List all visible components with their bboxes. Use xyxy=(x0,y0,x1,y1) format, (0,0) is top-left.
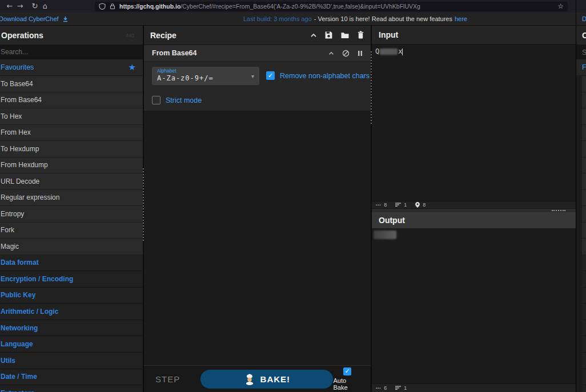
strip-category-item: Data format xyxy=(582,255,586,272)
strip-operation-item: To Hex xyxy=(582,108,586,125)
strip-favourites: Favourites xyxy=(576,59,586,76)
step-button[interactable]: STEP xyxy=(155,374,180,384)
category-item[interactable]: Networking xyxy=(0,320,143,337)
operation-item[interactable]: To Base64 xyxy=(0,76,143,92)
alphabet-dropdown[interactable]: Alphabet A-Za-z0-9+/= ▾ xyxy=(152,67,259,85)
reload-icon[interactable]: ↻ xyxy=(30,0,40,13)
category-item[interactable]: Data format xyxy=(0,255,143,272)
home-icon[interactable]: ⌂ xyxy=(40,0,50,13)
announcement-banner: Download CyberChef Last build: 3 months … xyxy=(0,13,586,26)
operation-item[interactable]: To Hexdump xyxy=(0,141,143,157)
lock-icon xyxy=(109,3,116,10)
strip-operation-item: From Base64 xyxy=(582,92,586,109)
operation-item[interactable]: From Base64 xyxy=(0,92,143,109)
remove-nonalpha-option[interactable]: ✓ Remove non-alphabet chars xyxy=(266,71,370,80)
load-recipe-folder-icon[interactable] xyxy=(340,31,350,39)
output-line-count: 1 xyxy=(395,385,407,391)
output-area[interactable] xyxy=(372,228,576,383)
shield-icon[interactable] xyxy=(99,3,106,10)
chef-icon xyxy=(244,373,255,385)
recipe-panel: Recipe From Base64 Alphabet A-Za-z0-9+/=… xyxy=(144,26,371,392)
splitter-grip xyxy=(371,51,372,126)
recipe-op-from-base64[interactable]: From Base64 xyxy=(144,45,371,62)
collapse-op-icon[interactable] xyxy=(328,51,334,55)
input-header: Input xyxy=(372,26,576,45)
strip-category-list: Data format Encryption / Encoding Public… xyxy=(576,255,586,392)
length-icon: ••• xyxy=(376,386,381,390)
strip-operation-item: Entropy xyxy=(582,206,586,223)
search-input[interactable] xyxy=(1,48,139,56)
here-link[interactable]: here xyxy=(455,15,467,22)
clear-recipe-trash-icon[interactable] xyxy=(357,31,364,39)
strip-operation-item: Magic xyxy=(582,239,586,255)
input-char-count: ••• 8 xyxy=(376,202,387,208)
url-bar[interactable]: https://gchq.github.io/CyberChef/#recipe… xyxy=(95,2,568,11)
category-item[interactable]: Arithmetic / Logic xyxy=(0,304,143,320)
strict-mode-checkbox[interactable] xyxy=(152,96,160,104)
output-redacted-blur xyxy=(374,231,396,239)
lines-icon xyxy=(395,386,401,390)
input-line-count: 1 xyxy=(395,202,407,208)
download-icon xyxy=(62,16,69,22)
operation-item[interactable]: URL Decode xyxy=(0,173,143,190)
category-item[interactable]: Public Key xyxy=(0,288,143,304)
recipe-header: Recipe xyxy=(144,26,371,45)
save-recipe-icon[interactable] xyxy=(324,31,333,39)
url-text[interactable]: https://gchq.github.io/CyberChef/#recipe… xyxy=(119,3,554,10)
category-item[interactable]: Language xyxy=(0,336,143,353)
build-status: Last build: 3 months ago - Version 10 is… xyxy=(243,15,467,22)
chevron-down-icon: ▾ xyxy=(251,73,254,79)
sidebar-item-favourites[interactable]: Favourites ★ xyxy=(0,59,143,76)
strip-operation-item: From Hexdump xyxy=(582,157,586,174)
splitter-grip xyxy=(143,168,144,243)
strip-category-item: Utils xyxy=(582,353,586,369)
category-item[interactable]: Date / Time xyxy=(0,369,143,386)
version-announcement: - Version 10 is here! Read about the new… xyxy=(314,15,452,22)
bake-bar: STEP BAKE! ✓ Auto Bake xyxy=(144,365,371,392)
operation-item[interactable]: Regular expression xyxy=(0,190,143,207)
strip-category-item: Public Key xyxy=(582,288,586,304)
category-item[interactable]: Utils xyxy=(0,353,143,369)
operation-item[interactable]: Fork xyxy=(0,223,143,239)
strip-banner: Download CyberChef xyxy=(576,13,586,26)
output-header: Output xyxy=(372,212,576,228)
download-cyberchef-link[interactable]: Download CyberChef xyxy=(0,15,69,22)
input-value-end: x xyxy=(398,47,402,55)
category-item[interactable]: Encryption / Encoding xyxy=(0,271,143,288)
io-splitter[interactable] xyxy=(372,208,576,212)
map-pin-icon xyxy=(415,202,420,208)
disable-op-icon[interactable] xyxy=(342,50,350,57)
operation-item[interactable]: Entropy xyxy=(0,206,143,223)
operation-item[interactable]: To Hex xyxy=(0,108,143,125)
operation-item[interactable]: From Hex xyxy=(0,125,143,142)
strip-category-item: Language xyxy=(582,336,586,353)
strip-operation-item: Regular expression xyxy=(582,190,586,207)
strip-category-item: Arithmetic / Logic xyxy=(582,304,586,320)
input-textarea[interactable]: Qx xyxy=(372,45,576,201)
operation-item[interactable]: From Hexdump xyxy=(0,157,143,174)
remove-nonalpha-checkbox[interactable]: ✓ xyxy=(266,71,275,80)
strip-operations-list: To Base64 From Base64 To Hex From Hex To… xyxy=(576,76,586,255)
main-area: Operations 440 Favourites ★ To Base64 Fr… xyxy=(0,26,576,392)
collapse-recipe-icon[interactable] xyxy=(310,33,317,38)
auto-bake-checkbox[interactable]: ✓ xyxy=(343,367,351,375)
strip-category-item: Networking xyxy=(582,320,586,337)
operation-item[interactable]: Magic xyxy=(0,239,143,255)
forward-icon[interactable]: → xyxy=(15,0,25,13)
input-redacted-blur xyxy=(380,49,398,55)
bake-button[interactable]: BAKE! xyxy=(200,370,333,389)
input-statusbar: ••• 8 1 8 xyxy=(372,201,576,208)
strip-operation-item: Fork xyxy=(582,223,586,239)
operations-sidebar: Operations 440 Favourites ★ To Base64 Fr… xyxy=(0,26,143,392)
category-item[interactable]: Extractors xyxy=(0,385,143,392)
category-list: Data format Encryption / Encoding Public… xyxy=(0,255,143,392)
recipe-empty-area[interactable] xyxy=(144,111,371,365)
breakpoint-pause-icon[interactable] xyxy=(358,50,363,56)
strip-category-item: Extractors xyxy=(582,385,586,392)
splitter-dots-grip xyxy=(552,210,565,211)
strip-search: Search... xyxy=(576,45,586,59)
back-icon[interactable]: ← xyxy=(5,0,15,13)
strict-mode-option[interactable]: Strict mode xyxy=(152,96,202,104)
bookmark-star-icon[interactable]: ☆ xyxy=(557,2,564,10)
auto-bake-control[interactable]: ✓ Auto Bake xyxy=(333,367,362,391)
